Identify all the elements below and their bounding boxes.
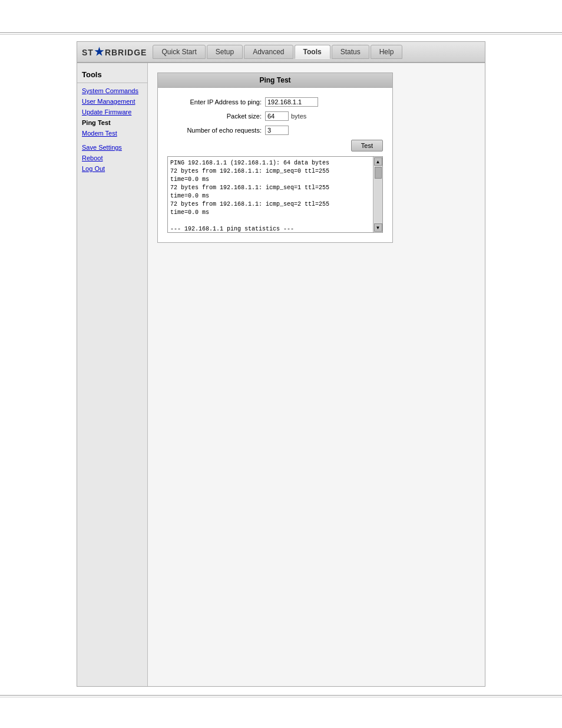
tab-quick-start[interactable]: Quick Start (153, 45, 205, 59)
sidebar-item-reboot[interactable]: Reboot (77, 153, 147, 163)
content-area: Tools System Commands User Management Up… (77, 63, 485, 686)
ip-address-label: Enter IP Address to ping: (167, 98, 262, 106)
tab-setup[interactable]: Setup (207, 45, 243, 59)
output-line-8 (170, 217, 371, 225)
sidebar: Tools System Commands User Management Up… (77, 63, 148, 686)
output-line-9: --- 192.168.1.1 ping statistics --- (170, 225, 371, 232)
main-wrapper: ST★RBRIDGE Quick Start Setup Advanced To… (77, 41, 485, 687)
output-line-4: 72 bytes from 192.168.1.1: icmp_seq=1 tt… (170, 184, 371, 192)
output-line-7: time=0.0 ms (170, 209, 371, 217)
tab-help[interactable]: Help (371, 45, 403, 59)
sidebar-item-log-out[interactable]: Log Out (77, 163, 147, 174)
packet-unit: bytes (291, 113, 306, 120)
echo-requests-input[interactable] (265, 126, 289, 135)
ping-test-body: Enter IP Address to ping: Packet size: b… (158, 88, 392, 242)
output-line-1: PING 192.168.1.1 (192.168.1.1): 64 data … (170, 159, 371, 167)
logo: ST★RBRIDGE (82, 45, 147, 58)
bottom-line (0, 695, 562, 696)
sidebar-item-system-commands[interactable]: System Commands (77, 85, 147, 96)
output-line-2: 72 bytes from 192.168.1.1: icmp_seq=0 tt… (170, 167, 371, 176)
output-scrollbar: ▲ ▼ (373, 157, 382, 232)
main-panel: Ping Test Enter IP Address to ping: Pack… (148, 63, 485, 686)
sidebar-item-modem-test[interactable]: Modem Test (77, 128, 147, 139)
tab-advanced[interactable]: Advanced (244, 45, 293, 59)
echo-requests-label: Number of echo requests: (167, 127, 262, 134)
navbar: ST★RBRIDGE Quick Start Setup Advanced To… (77, 42, 485, 63)
ip-address-input[interactable] (265, 97, 318, 107)
output-line-5: time=0.0 ms (170, 192, 371, 200)
output-line-3: time=0.0 ms (170, 176, 371, 184)
sidebar-heading: Tools (77, 68, 147, 83)
top-line2 (0, 34, 562, 35)
test-button-row: Test (167, 140, 383, 151)
top-line (0, 32, 562, 33)
test-button[interactable]: Test (351, 140, 383, 151)
ping-test-title: Ping Test (158, 73, 392, 88)
output-line-6: 72 bytes from 192.168.1.1: icmp_seq=2 tt… (170, 200, 371, 209)
scroll-up-arrow[interactable]: ▲ (374, 157, 382, 166)
packet-size-label: Packet size: (167, 113, 262, 120)
logo-text: ST★RBRIDGE (82, 45, 147, 58)
scroll-track (374, 166, 382, 223)
packet-size-row: Packet size: bytes (167, 111, 383, 121)
scroll-down-arrow[interactable]: ▼ (374, 223, 382, 232)
echo-requests-row: Number of echo requests: (167, 126, 383, 135)
tab-status[interactable]: Status (332, 45, 369, 59)
nav-tabs: Quick Start Setup Advanced Tools Status … (153, 45, 480, 59)
tab-tools[interactable]: Tools (295, 45, 330, 59)
sidebar-item-save-settings[interactable]: Save Settings (77, 142, 147, 153)
sidebar-item-update-firmware[interactable]: Update Firmware (77, 107, 147, 117)
scroll-thumb[interactable] (375, 167, 382, 179)
packet-size-input[interactable] (265, 111, 289, 121)
bottom-line2 (0, 697, 562, 697)
sidebar-item-ping-test[interactable]: Ping Test (77, 117, 147, 128)
output-area: PING 192.168.1.1 (192.168.1.1): 64 data … (167, 156, 383, 233)
ping-test-box: Ping Test Enter IP Address to ping: Pack… (157, 73, 393, 243)
sidebar-item-user-management[interactable]: User Management (77, 96, 147, 107)
ip-address-row: Enter IP Address to ping: (167, 97, 383, 107)
logo-star: ★ (94, 46, 104, 58)
output-text: PING 192.168.1.1 (192.168.1.1): 64 data … (168, 157, 373, 232)
